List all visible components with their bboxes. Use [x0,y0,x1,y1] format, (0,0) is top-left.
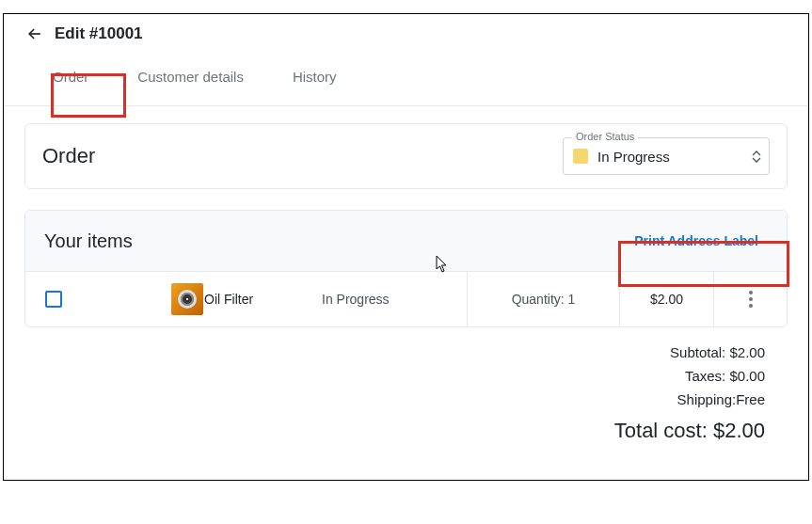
order-heading: Order [42,144,95,168]
main-area: Order Order Status In Progress Your item… [4,106,808,443]
row-actions-button[interactable] [743,285,758,313]
order-card: Order Order Status In Progress [24,123,788,189]
taxes-line: Taxes: $0.00 [685,368,765,384]
select-stepper-icon [752,151,761,163]
order-status-select[interactable]: In Progress [563,137,770,175]
kebab-dot-icon [749,304,753,308]
table-row: Oil Filter In Progress Quantity: 1 $2.00 [25,272,787,326]
product-thumbnail [171,283,203,315]
order-status-legend: Order Status [572,131,638,142]
items-card: Your items Print Address Label Oil Filte… [24,210,788,327]
total-cost-line: Total cost: $2.00 [614,419,765,443]
items-title: Your items [44,230,133,252]
status-color-swatch [573,149,588,164]
item-status: In Progress [322,272,468,326]
items-header: Your items Print Address Label [25,211,787,272]
item-quantity: Quantity: 1 [468,272,620,326]
product-name: Oil Filter [204,292,253,307]
oil-filter-icon [178,290,197,309]
tab-history[interactable]: History [291,65,339,88]
totals-block: Subtotal: $2.00 Taxes: $0.00 Shipping:Fr… [24,327,788,443]
tabs: Order Customer details History [4,50,808,106]
kebab-dot-icon [749,291,753,294]
header-row: Edit #10001 [4,14,808,50]
arrow-left-icon [25,24,44,43]
subtotal-line: Subtotal: $2.00 [670,344,765,360]
shipping-line: Shipping:Free [677,391,765,407]
back-arrow-button[interactable] [24,24,45,44]
row-checkbox[interactable] [45,291,62,308]
order-status-value: In Progress [597,149,742,165]
item-price: $2.00 [620,272,714,326]
kebab-dot-icon [749,297,753,301]
tab-customer-details[interactable]: Customer details [135,65,246,88]
order-status-select-wrap: Order Status In Progress [563,137,770,175]
page-title: Edit #10001 [55,24,143,43]
print-address-label-button[interactable]: Print Address Label [625,228,768,254]
app-frame: Edit #10001 Order Customer details Histo… [3,13,809,481]
tab-order[interactable]: Order [51,65,90,88]
